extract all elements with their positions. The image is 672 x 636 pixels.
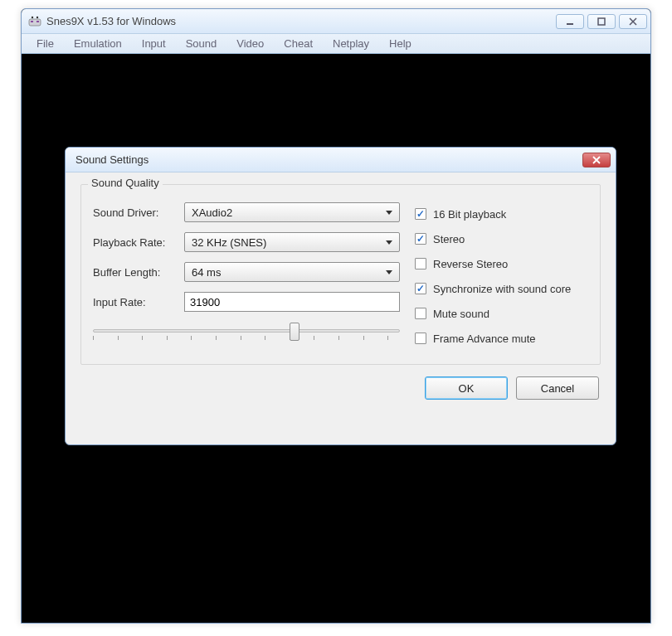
checkbox-label: Synchronize with sound core (433, 283, 571, 295)
input-rate-slider[interactable] (93, 321, 400, 346)
svg-rect-1 (31, 21, 33, 22)
svg-rect-2 (37, 21, 39, 22)
slider-track (93, 329, 400, 333)
menu-help[interactable]: Help (379, 36, 421, 51)
app-icon (28, 15, 41, 28)
minimize-button[interactable] (556, 14, 584, 29)
group-label: Sound Quality (88, 177, 163, 189)
slider-thumb[interactable] (290, 323, 299, 341)
dialog-title: Sound Settings (75, 153, 582, 166)
close-button[interactable] (619, 14, 647, 29)
dialog-titlebar: Sound Settings (66, 148, 616, 172)
playback-rate-dropdown[interactable]: 32 KHz (SNES) (184, 232, 400, 252)
svg-rect-5 (567, 23, 573, 25)
menu-sound[interactable]: Sound (176, 36, 227, 51)
checkbox-row: Synchronize with sound core (415, 276, 588, 301)
ok-button-label: OK (459, 382, 475, 395)
svg-point-3 (32, 16, 33, 17)
sound-driver-label: Sound Driver: (93, 206, 184, 219)
input-rate-label: Input Rate: (93, 296, 184, 308)
sound-settings-dialog: Sound Settings Sound Quality Sound Drive… (65, 147, 616, 445)
menu-file[interactable]: File (27, 36, 64, 51)
checkbox[interactable] (415, 258, 426, 269)
menubar: File Emulation Input Sound Video Cheat N… (22, 34, 650, 54)
ok-button[interactable]: OK (425, 376, 508, 400)
sound-driver-dropdown[interactable]: XAudio2 (184, 202, 400, 222)
checkbox-row: 16 Bit playback (415, 201, 588, 226)
window-title: Snes9X v1.53 for Windows (46, 15, 556, 27)
checkbox-label: Stereo (433, 233, 465, 245)
checkbox-label: Reverse Stereo (433, 258, 508, 270)
maximize-button[interactable] (587, 14, 616, 29)
playback-rate-value: 32 KHz (SNES) (192, 236, 266, 249)
menu-emulation[interactable]: Emulation (64, 36, 132, 51)
checkbox-label: Mute sound (433, 308, 489, 320)
checkbox-label: 16 Bit playback (433, 208, 506, 221)
menu-cheat[interactable]: Cheat (274, 36, 323, 51)
input-rate-field[interactable] (184, 292, 400, 312)
buffer-length-value: 64 ms (192, 266, 221, 279)
checkbox-row: Reverse Stereo (415, 251, 588, 276)
checkbox-row: Mute sound (415, 301, 588, 326)
cancel-button-label: Cancel (541, 382, 574, 395)
playback-rate-label: Playback Rate: (93, 236, 184, 249)
checkbox-row: Stereo (415, 226, 588, 251)
checkbox-label: Frame Advance mute (433, 333, 536, 345)
titlebar: Snes9X v1.53 for Windows (22, 9, 650, 34)
checkbox[interactable] (415, 283, 426, 294)
svg-rect-6 (598, 18, 605, 25)
menu-netplay[interactable]: Netplay (323, 36, 379, 51)
buffer-length-dropdown[interactable]: 64 ms (184, 262, 400, 282)
sound-driver-value: XAudio2 (192, 206, 232, 219)
sound-quality-group: Sound Quality Sound Driver: XAudio2 Play… (80, 184, 601, 365)
checkbox[interactable] (415, 308, 426, 319)
menu-video[interactable]: Video (226, 36, 274, 51)
checkbox[interactable] (415, 333, 426, 344)
checkbox[interactable] (415, 233, 426, 245)
cancel-button[interactable]: Cancel (516, 376, 599, 400)
svg-point-4 (37, 16, 38, 17)
checkbox-row: Frame Advance mute (415, 326, 588, 351)
buffer-length-label: Buffer Length: (93, 266, 184, 279)
dialog-close-button[interactable] (582, 153, 611, 167)
menu-input[interactable]: Input (132, 36, 176, 51)
slider-ticks (93, 336, 400, 342)
checkbox[interactable] (415, 208, 426, 220)
